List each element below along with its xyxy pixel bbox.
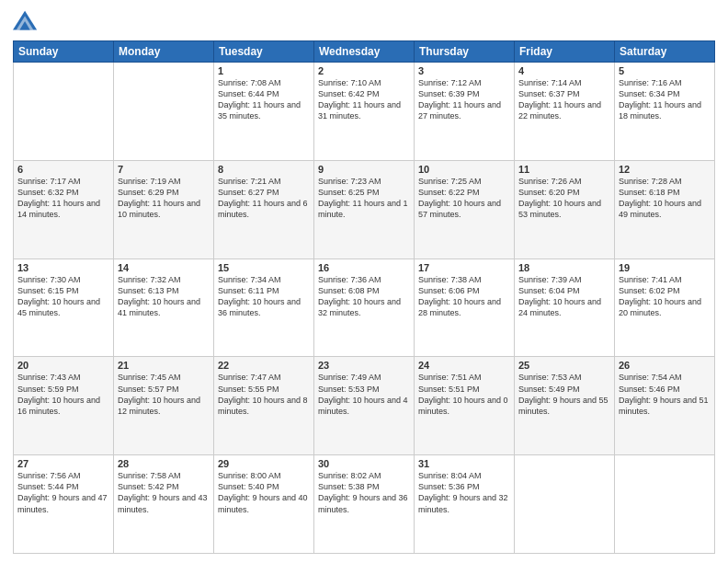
calendar-dow-thursday: Thursday [415,41,515,63]
calendar-week-row: 27Sunrise: 7:56 AMSunset: 5:44 PMDayligh… [14,455,715,554]
calendar-cell: 21Sunrise: 7:45 AMSunset: 5:57 PMDayligh… [114,357,214,455]
calendar-cell [515,455,615,554]
calendar-dow-monday: Monday [114,41,214,63]
day-number: 22 [218,360,310,371]
calendar-week-row: 20Sunrise: 7:43 AMSunset: 5:59 PMDayligh… [14,357,715,455]
calendar-cell: 14Sunrise: 7:32 AMSunset: 6:13 PMDayligh… [114,259,214,357]
calendar-cell: 3Sunrise: 7:12 AMSunset: 6:39 PMDaylight… [415,63,515,161]
day-info: Sunrise: 7:26 AMSunset: 6:20 PMDaylight:… [518,176,610,221]
day-number: 8 [218,164,310,175]
calendar-cell: 28Sunrise: 7:58 AMSunset: 5:42 PMDayligh… [114,455,214,554]
calendar-cell: 22Sunrise: 7:47 AMSunset: 5:55 PMDayligh… [214,357,314,455]
calendar-cell: 25Sunrise: 7:53 AMSunset: 5:49 PMDayligh… [515,357,615,455]
calendar-cell: 16Sunrise: 7:36 AMSunset: 6:08 PMDayligh… [314,259,415,357]
day-number: 1 [218,65,310,76]
calendar-cell: 23Sunrise: 7:49 AMSunset: 5:53 PMDayligh… [314,357,415,455]
calendar-cell: 6Sunrise: 7:17 AMSunset: 6:32 PMDaylight… [14,160,114,259]
calendar-dow-tuesday: Tuesday [214,41,314,63]
day-info: Sunrise: 7:58 AMSunset: 5:42 PMDaylight:… [118,470,210,515]
calendar-cell: 27Sunrise: 7:56 AMSunset: 5:44 PMDayligh… [14,455,114,554]
day-number: 9 [318,164,410,175]
day-info: Sunrise: 7:49 AMSunset: 5:53 PMDaylight:… [318,372,410,417]
calendar-cell: 13Sunrise: 7:30 AMSunset: 6:15 PMDayligh… [14,259,114,357]
day-info: Sunrise: 7:45 AMSunset: 5:57 PMDaylight:… [118,372,210,417]
calendar-week-row: 1Sunrise: 7:08 AMSunset: 6:44 PMDaylight… [14,63,715,161]
day-info: Sunrise: 7:38 AMSunset: 6:06 PMDaylight:… [418,274,510,319]
day-info: Sunrise: 7:17 AMSunset: 6:32 PMDaylight:… [17,176,109,221]
calendar-cell: 20Sunrise: 7:43 AMSunset: 5:59 PMDayligh… [14,357,114,455]
calendar-cell: 11Sunrise: 7:26 AMSunset: 6:20 PMDayligh… [515,160,615,259]
calendar-cell: 9Sunrise: 7:23 AMSunset: 6:25 PMDaylight… [314,160,415,259]
calendar-cell: 8Sunrise: 7:21 AMSunset: 6:27 PMDaylight… [214,160,314,259]
calendar-header-row: SundayMondayTuesdayWednesdayThursdayFrid… [14,41,715,63]
day-number: 23 [318,360,410,371]
day-info: Sunrise: 7:56 AMSunset: 5:44 PMDaylight:… [17,470,109,515]
calendar-cell: 24Sunrise: 7:51 AMSunset: 5:51 PMDayligh… [415,357,515,455]
day-info: Sunrise: 7:39 AMSunset: 6:04 PMDaylight:… [518,274,610,319]
day-number: 16 [318,262,410,273]
calendar-cell: 15Sunrise: 7:34 AMSunset: 6:11 PMDayligh… [214,259,314,357]
day-info: Sunrise: 7:28 AMSunset: 6:18 PMDaylight:… [619,176,711,221]
calendar-cell: 2Sunrise: 7:10 AMSunset: 6:42 PMDaylight… [314,63,415,161]
day-number: 13 [17,262,109,273]
calendar-cell [114,63,214,161]
calendar-cell: 1Sunrise: 7:08 AMSunset: 6:44 PMDaylight… [214,63,314,161]
day-info: Sunrise: 7:47 AMSunset: 5:55 PMDaylight:… [218,372,310,417]
calendar-table: SundayMondayTuesdayWednesdayThursdayFrid… [13,40,715,554]
day-info: Sunrise: 7:30 AMSunset: 6:15 PMDaylight:… [17,274,109,319]
day-number: 31 [418,458,510,469]
calendar-cell: 12Sunrise: 7:28 AMSunset: 6:18 PMDayligh… [615,160,715,259]
day-info: Sunrise: 7:34 AMSunset: 6:11 PMDaylight:… [218,274,310,319]
day-number: 4 [518,65,610,76]
day-info: Sunrise: 7:25 AMSunset: 6:22 PMDaylight:… [418,176,510,221]
calendar-cell: 30Sunrise: 8:02 AMSunset: 5:38 PMDayligh… [314,455,415,554]
day-number: 3 [418,65,510,76]
day-number: 30 [318,458,410,469]
day-info: Sunrise: 7:41 AMSunset: 6:02 PMDaylight:… [619,274,711,319]
day-number: 20 [17,360,109,371]
day-number: 26 [619,360,711,371]
calendar-cell: 17Sunrise: 7:38 AMSunset: 6:06 PMDayligh… [415,259,515,357]
calendar-cell: 31Sunrise: 8:04 AMSunset: 5:36 PMDayligh… [415,455,515,554]
day-info: Sunrise: 7:19 AMSunset: 6:29 PMDaylight:… [118,176,210,221]
day-number: 14 [118,262,210,273]
day-number: 17 [418,262,510,273]
calendar-cell: 7Sunrise: 7:19 AMSunset: 6:29 PMDaylight… [114,160,214,259]
header [13,9,715,35]
day-number: 18 [518,262,610,273]
calendar-week-row: 6Sunrise: 7:17 AMSunset: 6:32 PMDaylight… [14,160,715,259]
day-info: Sunrise: 7:14 AMSunset: 6:37 PMDaylight:… [518,77,610,122]
day-number: 25 [518,360,610,371]
logo-icon [13,9,39,35]
day-info: Sunrise: 7:10 AMSunset: 6:42 PMDaylight:… [318,77,410,122]
calendar-cell [615,455,715,554]
page: SundayMondayTuesdayWednesdayThursdayFrid… [0,0,728,563]
day-info: Sunrise: 7:53 AMSunset: 5:49 PMDaylight:… [518,372,610,417]
day-number: 28 [118,458,210,469]
day-info: Sunrise: 7:51 AMSunset: 5:51 PMDaylight:… [418,372,510,417]
day-info: Sunrise: 7:32 AMSunset: 6:13 PMDaylight:… [118,274,210,319]
calendar-cell: 29Sunrise: 8:00 AMSunset: 5:40 PMDayligh… [214,455,314,554]
day-number: 27 [17,458,109,469]
day-number: 10 [418,164,510,175]
day-number: 29 [218,458,310,469]
day-number: 11 [518,164,610,175]
day-number: 7 [118,164,210,175]
day-number: 24 [418,360,510,371]
day-info: Sunrise: 7:12 AMSunset: 6:39 PMDaylight:… [418,77,510,122]
day-info: Sunrise: 8:04 AMSunset: 5:36 PMDaylight:… [418,470,510,515]
day-info: Sunrise: 7:21 AMSunset: 6:27 PMDaylight:… [218,176,310,221]
calendar-cell: 10Sunrise: 7:25 AMSunset: 6:22 PMDayligh… [415,160,515,259]
calendar-cell: 19Sunrise: 7:41 AMSunset: 6:02 PMDayligh… [615,259,715,357]
calendar-cell: 26Sunrise: 7:54 AMSunset: 5:46 PMDayligh… [615,357,715,455]
calendar-dow-wednesday: Wednesday [314,41,415,63]
day-number: 5 [619,65,711,76]
day-info: Sunrise: 7:43 AMSunset: 5:59 PMDaylight:… [17,372,109,417]
calendar-dow-sunday: Sunday [14,41,114,63]
day-info: Sunrise: 7:23 AMSunset: 6:25 PMDaylight:… [318,176,410,221]
day-info: Sunrise: 7:36 AMSunset: 6:08 PMDaylight:… [318,274,410,319]
day-info: Sunrise: 7:16 AMSunset: 6:34 PMDaylight:… [619,77,711,122]
calendar-cell: 18Sunrise: 7:39 AMSunset: 6:04 PMDayligh… [515,259,615,357]
day-number: 2 [318,65,410,76]
day-info: Sunrise: 7:08 AMSunset: 6:44 PMDaylight:… [218,77,310,122]
